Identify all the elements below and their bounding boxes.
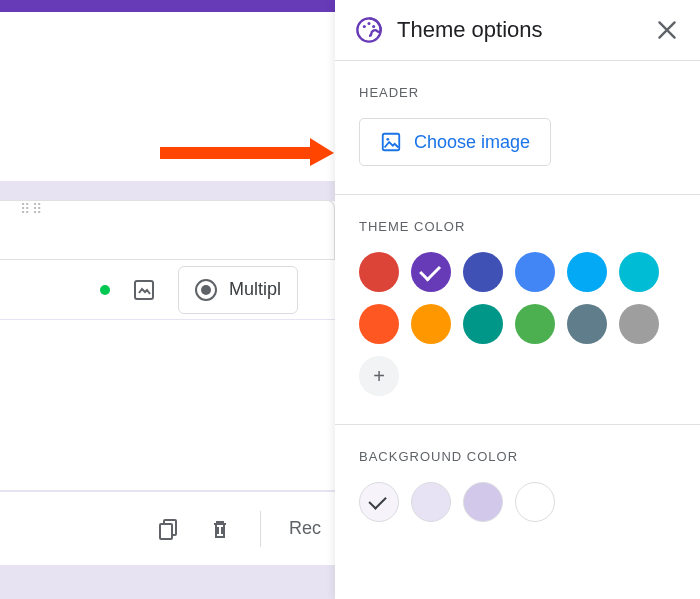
background-color-swatches	[359, 482, 676, 522]
theme-color-swatches: +	[359, 252, 676, 396]
add-custom-color-button[interactable]: +	[359, 356, 399, 396]
background-color-swatch[interactable]	[463, 482, 503, 522]
background-color-swatch[interactable]	[515, 482, 555, 522]
svg-rect-2	[160, 524, 172, 539]
header-section-label: HEADER	[359, 85, 676, 100]
theme-color-swatch[interactable]	[619, 252, 659, 292]
image-icon	[380, 131, 402, 153]
toolbar-separator	[260, 511, 261, 547]
svg-point-8	[372, 25, 375, 28]
question-footer-toolbar: Rec	[0, 490, 335, 565]
trash-icon[interactable]	[208, 517, 232, 541]
theme-color-swatch[interactable]	[515, 304, 555, 344]
theme-color-label: THEME COLOR	[359, 219, 676, 234]
theme-color-swatch[interactable]	[567, 304, 607, 344]
choose-image-button[interactable]: Choose image	[359, 118, 551, 166]
theme-color-swatch[interactable]	[463, 252, 503, 292]
background-color-swatch[interactable]	[359, 482, 399, 522]
form-bottom-spacer	[0, 565, 335, 599]
theme-options-panel: Theme options HEADER Choose image THEME …	[335, 0, 700, 599]
choose-image-label: Choose image	[414, 132, 530, 153]
copy-icon[interactable]	[156, 517, 180, 541]
panel-title: Theme options	[397, 17, 640, 43]
svg-point-6	[363, 25, 366, 28]
status-dot	[100, 285, 110, 295]
theme-color-swatch[interactable]	[515, 252, 555, 292]
radio-icon	[195, 279, 217, 301]
theme-color-swatch[interactable]	[411, 304, 451, 344]
svg-point-10	[386, 138, 389, 141]
palette-icon	[355, 16, 383, 44]
svg-point-7	[367, 22, 370, 25]
close-icon[interactable]	[654, 17, 680, 43]
theme-color-swatch[interactable]	[359, 252, 399, 292]
question-type-label: Multipl	[229, 279, 281, 300]
theme-color-swatch[interactable]	[463, 304, 503, 344]
question-options-row: Multipl	[0, 260, 335, 320]
required-label: Rec	[289, 518, 321, 539]
theme-color-swatch[interactable]	[411, 252, 451, 292]
panel-header: Theme options	[335, 0, 700, 61]
drag-handle-icon[interactable]: ⠿⠿	[20, 205, 44, 213]
question-card	[0, 200, 335, 260]
background-color-swatch[interactable]	[411, 482, 451, 522]
theme-color-section: THEME COLOR +	[335, 195, 700, 425]
theme-color-swatch[interactable]	[619, 304, 659, 344]
image-icon[interactable]	[132, 278, 156, 302]
theme-color-swatch[interactable]	[359, 304, 399, 344]
background-color-label: BACKGROUND COLOR	[359, 449, 676, 464]
background-color-section: BACKGROUND COLOR	[335, 425, 700, 550]
header-section: HEADER Choose image	[335, 61, 700, 195]
question-type-dropdown[interactable]: Multipl	[178, 266, 298, 314]
form-spacer	[0, 181, 335, 201]
theme-color-swatch[interactable]	[567, 252, 607, 292]
